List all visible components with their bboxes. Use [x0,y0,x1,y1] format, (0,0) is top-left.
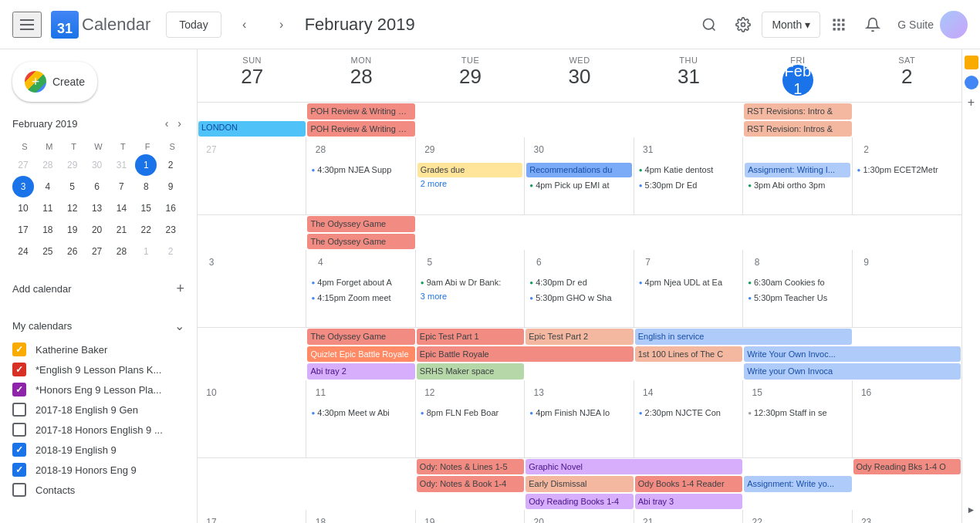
mini-day-today[interactable]: 1 [135,154,157,176]
date-label[interactable]: 2 [857,140,876,159]
event-graphic-novel[interactable]: Graphic Novel [525,459,742,475]
mini-day[interactable]: 19 [62,219,83,241]
mini-day[interactable]: 24 [12,241,34,262]
mini-day[interactable]: 21 [110,219,132,241]
event-fln[interactable]: 8pm FLN Feb Boar [417,406,522,420]
event-katie-dentist[interactable]: 4pm Katie dentost [636,163,741,177]
user-avatar[interactable] [940,11,968,39]
cal-checkbox-eng9new[interactable] [12,443,26,457]
event-english-service[interactable]: English in service [635,329,852,345]
mini-day[interactable]: 29 [62,154,83,176]
event-poh-review-2[interactable]: POH Review & Writing Conferences [307,121,414,137]
mini-day[interactable]: 12 [62,197,83,219]
mini-day[interactable]: 8 [135,176,157,197]
more-link-w1[interactable]: 2 more [417,178,522,189]
event-staff[interactable]: 12:30pm Staff in se [745,406,850,420]
date-label[interactable]: 5 [421,253,439,272]
add-icon[interactable]: + [965,96,978,110]
hamburger-menu[interactable] [12,12,42,38]
event-meet-abi[interactable]: 4:30pm Meet w Abi [308,406,413,420]
add-cal-button[interactable]: + [176,281,184,297]
mini-day[interactable]: 22 [135,219,157,241]
event-teacher-us[interactable]: 5:30pm Teacher Us [745,291,850,305]
mini-day[interactable]: 27 [12,154,34,176]
date-label[interactable]: 3 [202,253,221,272]
mini-day[interactable]: 14 [110,197,132,219]
mini-day[interactable]: 7 [110,176,132,197]
date-label[interactable] [748,140,766,159]
event-poh-review-1[interactable]: POH Review & Writing Conferences [307,103,414,120]
mini-day[interactable]: 6 [86,176,108,197]
cal-item-honors9old[interactable]: 2017-18 Honors English 9 ... [12,420,184,440]
more-link-5[interactable]: 3 more [417,291,522,302]
mini-day[interactable]: 23 [160,219,181,241]
my-calendars-toggle[interactable]: ⌄ [174,319,184,333]
date-label[interactable]: 8 [748,253,766,272]
search-button[interactable] [694,9,725,40]
event-ody-notes[interactable]: Ody: Notes & Lines 1-5 [417,459,524,475]
date-label[interactable]: 27 [202,140,221,159]
date-label[interactable]: 18 [311,513,329,523]
date-label[interactable]: 17 [202,513,221,523]
event-forget[interactable]: 4pm Forget about A [308,275,413,290]
date-label[interactable]: 30 [529,140,548,159]
date-label[interactable]: 9 [857,253,876,272]
mini-day-selected[interactable]: 3 [12,176,34,197]
event-dr-ed[interactable]: 5:30pm Dr Ed [636,178,741,193]
date-label[interactable]: 22 [748,513,766,523]
event-grades-due[interactable]: Grades due [417,163,522,177]
date-label[interactable]: 20 [529,513,548,523]
event-cookies[interactable]: 6:30am Cookies fo [745,275,850,290]
date-label[interactable]: 23 [857,513,876,523]
mini-cal-next[interactable]: › [174,114,184,133]
event-njea-udl[interactable]: 4pm Njea UDL at Ea [636,275,741,290]
view-selector[interactable]: Month ▾ [762,12,820,38]
cal-checkbox-honors9old[interactable] [12,423,26,437]
date-label[interactable]: 28 [311,140,329,159]
mini-day[interactable]: 18 [37,219,59,241]
mini-day[interactable]: 28 [37,154,59,176]
event-finish-njea[interactable]: 4pm Finish NJEA lo [526,406,631,420]
next-month-button[interactable]: › [268,11,296,39]
prev-month-button[interactable]: ‹ [231,11,259,39]
cal-item-honors9[interactable]: *Honors Eng 9 Lesson Pla... [12,380,184,400]
cal-item-english9[interactable]: *English 9 Lesson Plans K... [12,359,184,380]
create-button[interactable]: + Create [12,62,97,102]
mini-day[interactable]: 11 [37,197,59,219]
date-label[interactable]: 21 [639,513,657,523]
event-write-invoca-1[interactable]: Write Your Own Invoc... [744,346,961,363]
cal-item-eng9gen[interactable]: 2017-18 English 9 Gen [12,400,184,420]
settings-button[interactable] [728,9,759,40]
event-abi-ortho[interactable]: 3pm Abi ortho 3pm [745,178,850,193]
event-odyssey-1[interactable]: The Odyssey Game [307,216,414,232]
mini-day[interactable]: 31 [110,154,132,176]
date-label[interactable]: 16 [857,383,876,402]
cal-checkbox-contacts[interactable] [12,483,26,497]
mini-day[interactable]: 9 [160,176,181,197]
cal-checkbox-eng9gen[interactable] [12,403,26,417]
right-icon-yellow[interactable] [965,56,978,69]
mini-day[interactable]: 30 [86,154,108,176]
date-label[interactable]: 11 [311,383,329,402]
event-epic-test1[interactable]: Epic Test Part 1 [417,329,524,345]
date-label[interactable]: 10 [202,383,221,402]
cal-checkbox-honors9[interactable] [12,383,26,396]
date-label[interactable]: 15 [748,383,766,402]
event-epic-test2[interactable]: Epic Test Part 2 [525,329,633,345]
event-gho[interactable]: 5:30pm GHO w Sha [526,291,631,305]
event-ody-books-reader[interactable]: Ody Books 1-4 Reader [635,476,742,492]
event-dr-ed-6[interactable]: 4:30pm Dr ed [526,275,631,290]
apps-button[interactable] [823,9,854,40]
event-rst-revisions-2[interactable]: RST Revision: Intros & [744,121,851,137]
mini-day[interactable]: 20 [86,219,108,241]
cal-item-contacts[interactable]: Contacts [12,480,184,500]
mini-day[interactable]: 28 [110,241,132,262]
event-early-dismissal[interactable]: Early Dismissal [525,476,633,492]
event-zoom[interactable]: 4:15pm Zoom meet [308,291,413,305]
event-write-invoca-2[interactable]: Write your Own Invoca [744,363,961,380]
mini-day[interactable]: 10 [12,197,34,219]
expand-icon[interactable]: ► [965,503,978,517]
mini-day[interactable]: 13 [86,197,108,219]
mini-cal-prev[interactable]: ‹ [162,114,172,133]
cal-item-eng9new[interactable]: 2018-19 English 9 [12,440,184,460]
